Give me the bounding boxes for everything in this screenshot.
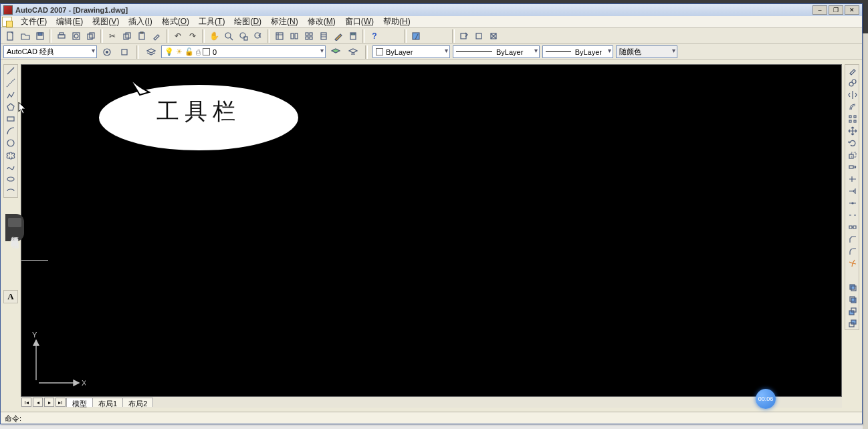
tab-layout2[interactable]: 布局2 xyxy=(122,398,153,407)
refedit-save-icon[interactable] xyxy=(472,29,485,43)
workspace-selector[interactable]: AutoCAD 经典 xyxy=(3,45,97,58)
svg-rect-33 xyxy=(122,49,127,55)
line-icon[interactable] xyxy=(4,65,17,77)
refedit-discard-icon[interactable] xyxy=(487,29,500,43)
menu-edit[interactable]: 编辑(E) xyxy=(51,15,88,28)
spline-icon[interactable] xyxy=(4,161,17,173)
tab-nav-last[interactable]: ▸I xyxy=(56,398,66,407)
cad-restore-button[interactable]: ❐ xyxy=(829,5,843,15)
workspace-save-icon[interactable] xyxy=(118,45,131,59)
fillet-icon[interactable] xyxy=(846,245,859,257)
refedit-icon[interactable] xyxy=(457,29,471,43)
stretch-icon[interactable] xyxy=(846,161,859,173)
help-icon[interactable]: ? xyxy=(368,29,381,43)
rotate-icon[interactable] xyxy=(846,137,859,149)
menu-draw[interactable]: 绘图(D) xyxy=(229,15,266,28)
pan-icon[interactable]: ✋ xyxy=(207,29,221,43)
promo-sidebar-tab[interactable]: 领腾讯视频礼包 xyxy=(5,214,24,241)
cad-minimize-button[interactable]: – xyxy=(812,5,827,15)
break-at-point-icon[interactable] xyxy=(846,197,859,209)
zoom-window-icon[interactable] xyxy=(237,29,250,43)
command-bar[interactable]: 命令: xyxy=(1,412,862,424)
tab-model[interactable]: 模型 xyxy=(66,398,93,407)
redo-icon[interactable]: ↷ xyxy=(186,29,199,43)
draworder-back-icon[interactable] xyxy=(846,293,859,305)
offset-icon[interactable] xyxy=(846,101,859,113)
polyline-icon[interactable] xyxy=(4,89,17,101)
move-icon[interactable] xyxy=(846,125,859,137)
menu-insert[interactable]: 插入(I) xyxy=(124,15,156,28)
sheet-set-icon[interactable] xyxy=(317,29,330,43)
undo-icon[interactable]: ↶ xyxy=(171,29,185,43)
cad-titlebar[interactable]: AutoCAD 2007 - [Drawing1.dwg] – ❐ ✕ xyxy=(1,4,862,16)
tab-nav-prev[interactable]: ◂ xyxy=(33,398,43,407)
menu-window[interactable]: 窗口(W) xyxy=(340,15,378,28)
color-selector[interactable]: ByLayer xyxy=(372,45,450,58)
tool-palettes-icon[interactable] xyxy=(302,29,316,43)
video-timer-badge[interactable]: 00:06 xyxy=(756,389,776,409)
workspace-settings-icon[interactable] xyxy=(100,45,114,59)
linetype-selector[interactable]: ByLayer xyxy=(453,45,540,58)
cad-close-button[interactable]: ✕ xyxy=(845,5,859,15)
extend-icon[interactable] xyxy=(846,185,859,197)
plot-preview-icon[interactable] xyxy=(70,29,83,43)
menu-view[interactable]: 视图(V) xyxy=(88,15,124,28)
ellipse-icon[interactable] xyxy=(4,173,17,185)
properties-icon[interactable] xyxy=(273,29,286,43)
tab-layout1[interactable]: 布局1 xyxy=(92,398,123,407)
scale-icon[interactable] xyxy=(846,149,859,161)
menu-file[interactable]: 文件(F) xyxy=(16,15,51,28)
print-icon[interactable] xyxy=(55,29,68,43)
break-icon[interactable] xyxy=(846,209,859,221)
open-icon[interactable] xyxy=(19,29,32,43)
publish-icon[interactable] xyxy=(84,29,98,43)
svg-rect-29 xyxy=(476,33,481,39)
save-icon[interactable] xyxy=(33,29,47,43)
rectangle-icon[interactable] xyxy=(4,113,17,125)
block-editor-icon[interactable] xyxy=(409,29,423,43)
zoom-previous-icon[interactable] xyxy=(251,29,265,43)
join-icon[interactable] xyxy=(846,221,859,233)
copy-icon[interactable] xyxy=(120,29,134,43)
layer-selector-value: 0 xyxy=(213,48,217,56)
erase-icon[interactable] xyxy=(846,65,859,77)
construction-line-icon[interactable] xyxy=(4,77,17,89)
match-properties-icon[interactable] xyxy=(150,29,163,43)
quickcalc-icon[interactable] xyxy=(346,29,360,43)
paste-icon[interactable] xyxy=(135,29,148,43)
explode-icon[interactable] xyxy=(846,257,859,269)
layer-manager-icon[interactable] xyxy=(144,45,158,59)
menu-help[interactable]: 帮助(H) xyxy=(378,15,415,28)
markup-icon[interactable] xyxy=(332,29,345,43)
polygon-icon[interactable] xyxy=(4,101,17,113)
menu-modify[interactable]: 修改(M) xyxy=(303,15,340,28)
circle-icon[interactable] xyxy=(4,137,17,149)
design-center-icon[interactable] xyxy=(288,29,301,43)
new-doc-icon[interactable] xyxy=(2,17,12,27)
arc-icon[interactable] xyxy=(4,125,17,137)
tab-nav-next[interactable]: ▸ xyxy=(44,398,54,407)
zoom-realtime-icon[interactable] xyxy=(222,29,235,43)
ellipse-arc-icon[interactable] xyxy=(4,185,17,197)
mtext-icon[interactable]: A xyxy=(3,290,18,303)
draworder-front-icon[interactable] xyxy=(846,281,859,293)
chamfer-icon[interactable] xyxy=(846,233,859,245)
draworder-under-icon[interactable] xyxy=(846,317,859,329)
layer-previous-icon[interactable] xyxy=(329,45,342,59)
trim-icon[interactable] xyxy=(846,173,859,185)
layer-states-icon[interactable] xyxy=(346,45,360,59)
array-icon[interactable] xyxy=(846,113,859,125)
menu-tools[interactable]: 工具(T) xyxy=(194,15,229,28)
cut-icon[interactable]: ✂ xyxy=(106,29,119,43)
layer-selector[interactable]: 💡 ☀ 🔓 ⎙ 0 xyxy=(161,45,326,58)
mirror-icon[interactable] xyxy=(846,89,859,101)
plotstyle-selector[interactable]: 随颜色 xyxy=(616,45,677,58)
menu-format[interactable]: 格式(O) xyxy=(157,15,194,28)
new-icon[interactable] xyxy=(4,29,17,43)
draworder-above-icon[interactable] xyxy=(846,305,859,317)
lineweight-selector[interactable]: ByLayer xyxy=(542,45,613,58)
tab-nav-first[interactable]: I◂ xyxy=(21,398,31,407)
revision-cloud-icon[interactable] xyxy=(4,149,17,161)
copy-object-icon[interactable] xyxy=(846,77,859,89)
menu-dimension[interactable]: 标注(N) xyxy=(266,15,303,28)
